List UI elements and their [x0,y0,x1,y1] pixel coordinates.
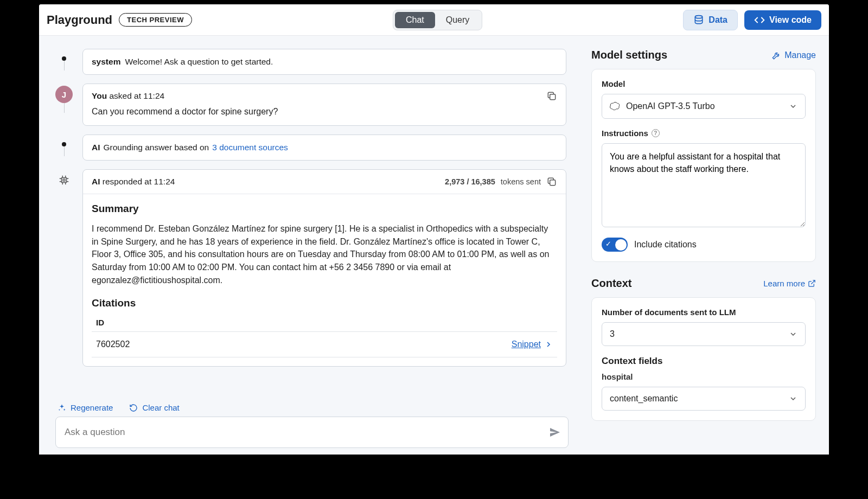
citations-toggle[interactable]: ✓ [602,238,628,252]
learn-more-link[interactable]: Learn more [763,279,816,288]
timeline-dot [62,142,66,146]
svg-rect-2 [61,177,66,182]
system-text: Welcome! Ask a question to get started. [125,57,273,67]
user-who: You [92,91,107,100]
data-button[interactable]: Data [683,10,738,30]
context-fields-heading: Context fields [602,356,806,367]
ai-resp-meta: responded at 11:24 [103,177,175,186]
ai-resp-who: AI [92,177,100,186]
summary-body: I recommend Dr. Esteban González Martíne… [92,222,557,286]
manage-link[interactable]: Manage [771,50,816,60]
user-meta: asked at 11:24 [109,91,164,100]
learn-more-label: Learn more [763,279,805,288]
regenerate-button[interactable]: Regenerate [58,403,113,412]
ai-response-message: AI responded at 11:24 2,973 / 16,385 tok… [82,169,566,367]
citations-toggle-label: Include citations [634,240,697,250]
svg-rect-4 [550,180,556,185]
refresh-icon [129,404,138,412]
model-settings-title: Model settings [591,49,667,61]
tokens-suffix: tokens sent [501,177,541,186]
view-code-label: View code [769,15,812,25]
settings-column: Model settings Manage Model OpenAI GPT-3… [585,36,829,455]
instructions-textarea[interactable] [602,143,806,227]
document-sources-link[interactable]: 3 document sources [212,143,288,152]
code-icon [754,15,765,25]
send-icon[interactable] [548,426,561,439]
hospital-value: content_semantic [610,394,678,404]
wrench-icon [771,50,781,60]
chat-input-wrap [55,417,569,448]
citations-column-id: ID [92,314,557,332]
chevron-down-icon [789,394,797,403]
view-code-button[interactable]: View code [744,10,821,30]
snippet-label: Snippet [512,340,541,349]
chat-column: system Welcome! Ask a question to get st… [39,36,585,455]
hospital-label: hospital [602,372,806,381]
chevron-down-icon [789,102,797,111]
tab-chat[interactable]: Chat [395,12,435,28]
grounding-text: Grounding answer based on [104,143,209,152]
top-bar: Playground TECH PREVIEW Chat Query Data … [39,4,829,36]
model-value: OpenAI GPT-3.5 Turbo [626,101,715,111]
svg-rect-1 [550,94,556,100]
user-question: Can you recommend a doctor for spine sur… [83,105,566,125]
tokens-count: 2,973 / 16,385 [445,177,495,186]
page-title: Playground [47,13,112,27]
context-card: Number of documents sent to LLM 3 Contex… [591,297,816,421]
model-select[interactable]: OpenAI GPT-3.5 Turbo [602,94,806,119]
copy-icon[interactable] [546,91,557,101]
mode-segmented-control: Chat Query [393,10,482,30]
chip-icon [58,174,71,187]
model-settings-card: Model OpenAI GPT-3.5 Turbo Instructions … [591,69,816,262]
clear-chat-label: Clear chat [142,403,179,412]
svg-rect-3 [63,179,65,181]
num-docs-select[interactable]: 3 [602,322,806,346]
help-icon[interactable]: ? [652,129,660,137]
svg-line-5 [811,280,815,284]
citation-id: 7602502 [96,340,130,349]
tab-query[interactable]: Query [435,12,481,28]
chat-input[interactable] [62,423,548,442]
copy-icon[interactable] [546,176,557,187]
hospital-select[interactable]: content_semantic [602,387,806,411]
model-label: Model [602,79,806,88]
citations-heading: Citations [92,297,557,309]
chevron-right-icon [544,340,553,349]
grounding-message: AI Grounding answer based on 3 document … [82,135,566,161]
data-button-label: Data [709,15,727,25]
external-link-icon [808,279,816,287]
database-icon [693,15,704,25]
svg-point-0 [695,15,703,18]
regenerate-label: Regenerate [71,403,113,412]
timeline-dot [62,56,66,61]
context-title: Context [591,277,631,290]
citation-row: 7602502 Snippet [92,332,557,357]
system-who: system [92,57,120,67]
sparkle-icon [58,404,66,412]
num-docs-label: Number of documents sent to LLM [602,308,806,317]
user-message: You asked at 11:24 Can you recommend a d… [82,84,566,126]
tech-preview-badge: TECH PREVIEW [119,13,192,27]
snippet-link[interactable]: Snippet [512,340,553,349]
user-avatar: J [55,86,73,103]
instructions-label: Instructions ? [602,129,806,138]
openai-icon [610,101,621,112]
manage-label: Manage [784,50,816,60]
clear-chat-button[interactable]: Clear chat [129,403,179,412]
chevron-down-icon [789,330,797,338]
system-message: system Welcome! Ask a question to get st… [82,49,566,75]
summary-heading: Summary [92,203,557,215]
num-docs-value: 3 [610,329,615,339]
ai-who: AI [92,143,100,152]
